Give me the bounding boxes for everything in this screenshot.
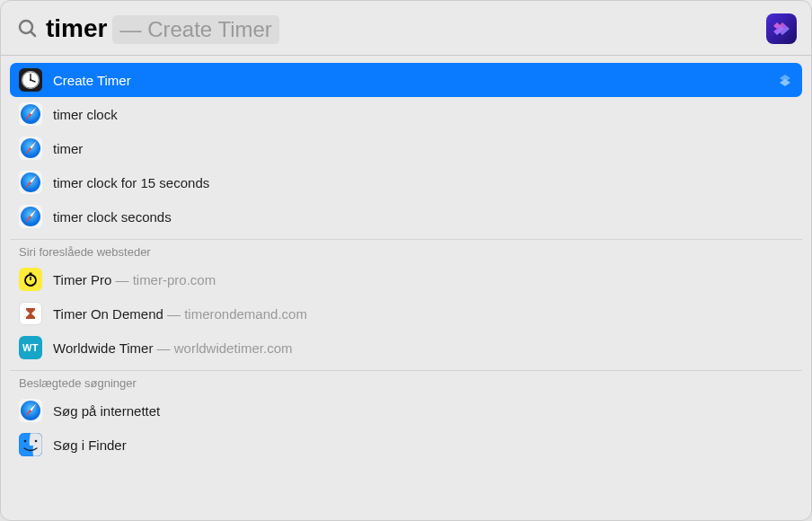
search-icon — [17, 18, 39, 40]
result-label: timer clock — [53, 107, 118, 122]
svg-point-8 — [30, 79, 31, 81]
hourglass-app-icon — [19, 302, 42, 325]
svg-point-25 — [24, 440, 27, 443]
spotlight-window: timer — Create Timer — [0, 0, 812, 521]
result-suggestion[interactable]: timer clock for 15 seconds — [10, 165, 802, 199]
svg-line-1 — [31, 31, 35, 36]
section-header-related: Beslægtede søgninger — [10, 370, 802, 393]
result-label: Timer Pro — timer-pro.com — [53, 272, 216, 287]
search-bar[interactable]: timer — Create Timer — [1, 1, 811, 55]
results-list: Create Timer timer clock — [1, 56, 811, 520]
result-suggestion[interactable]: timer — [10, 131, 802, 165]
section-header-siri-websites: Siri foreslåede websteder — [10, 239, 802, 262]
result-related-search-web[interactable]: Søg på internettet — [10, 393, 802, 428]
result-label: timer clock for 15 seconds — [53, 175, 209, 190]
result-suggestion[interactable]: timer clock — [10, 97, 802, 131]
result-label: Søg i Finder — [53, 437, 127, 453]
result-label: Timer On Demend — timerondemand.com — [53, 306, 307, 322]
clock-app-icon — [19, 68, 42, 92]
result-suggestion[interactable]: timer clock seconds — [10, 199, 802, 234]
result-label: Create Timer — [53, 73, 131, 88]
result-label: timer clock seconds — [53, 209, 172, 225]
result-website[interactable]: WT Worldwide Timer — worldwidetimer.com — [10, 331, 802, 365]
safari-icon — [19, 399, 42, 422]
wt-app-icon: WT — [19, 336, 42, 359]
result-label: timer — [53, 141, 83, 156]
safari-icon — [19, 171, 42, 194]
search-input[interactable]: timer — Create Timer — [46, 14, 759, 44]
safari-icon — [19, 102, 42, 126]
result-related-search-finder[interactable]: Søg i Finder — [10, 428, 802, 462]
result-website[interactable]: Timer Pro — timer-pro.com — [10, 262, 802, 296]
shortcuts-app-icon — [766, 13, 797, 44]
safari-icon — [19, 137, 42, 160]
result-top-hit[interactable]: Create Timer — [10, 63, 802, 97]
svg-point-26 — [35, 440, 38, 443]
shortcuts-layers-icon — [777, 72, 793, 88]
safari-icon — [19, 205, 42, 228]
result-label: Søg på internettet — [53, 403, 160, 419]
search-suggestion-chip: — Create Timer — [112, 15, 278, 44]
finder-icon — [19, 433, 42, 456]
search-typed-text: timer — [46, 14, 107, 43]
result-website[interactable]: Timer On Demend — timerondemand.com — [10, 296, 802, 331]
result-label: Worldwide Timer — worldwidetimer.com — [53, 340, 292, 356]
stopwatch-app-icon — [19, 268, 42, 291]
